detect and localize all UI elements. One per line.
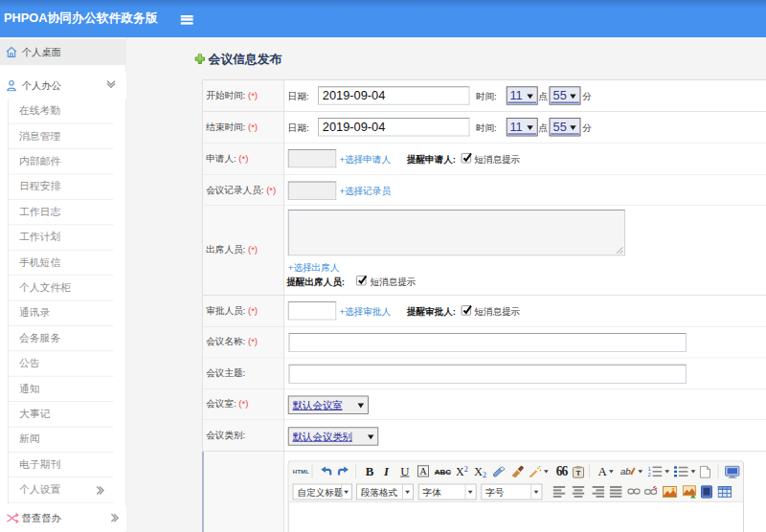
svg-text:ab: ab: [620, 466, 631, 477]
svg-text:2: 2: [648, 472, 651, 477]
svg-text:1: 1: [648, 466, 651, 472]
svg-text:T: T: [576, 469, 581, 477]
